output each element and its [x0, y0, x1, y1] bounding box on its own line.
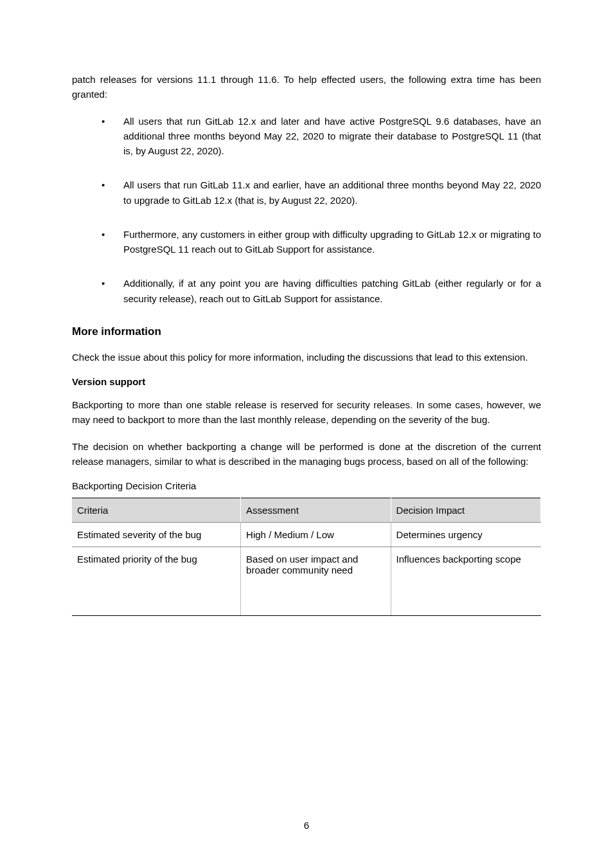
version-paragraph-2: The decision on whether backporting a ch… — [72, 439, 541, 469]
criteria-table: Criteria Assessment Decision Impact Esti… — [72, 498, 541, 616]
heading-version-support: Version support — [72, 376, 541, 387]
table-cell: Estimated severity of the bug — [72, 523, 241, 547]
heading-more-information: More information — [72, 325, 541, 338]
bullet-list: All users that run GitLab 12.x and later… — [102, 114, 541, 306]
more-info-paragraph: Check the issue about this policy for mo… — [72, 350, 541, 365]
version-paragraph-1: Backporting to more than one stable rele… — [72, 397, 541, 428]
table-cell: Influences backporting scope — [391, 547, 540, 616]
table-row: Estimated severity of the bug High / Med… — [72, 523, 541, 547]
list-item: Additionally, if at any point you are ha… — [102, 276, 541, 306]
table-row: Estimated priority of the bug Based on u… — [72, 547, 541, 616]
intro-paragraph: patch releases for versions 11.1 through… — [72, 72, 541, 102]
table-header-row: Criteria Assessment Decision Impact — [72, 498, 541, 523]
table-cell: High / Medium / Low — [241, 523, 391, 547]
list-item: All users that run GitLab 12.x and later… — [102, 114, 541, 159]
table-header-cell: Criteria — [72, 498, 241, 523]
table-header-cell: Assessment — [241, 498, 391, 523]
list-item: Furthermore, any customers in either gro… — [102, 227, 541, 257]
table-cell: Based on user impact and broader communi… — [241, 547, 391, 616]
page-number: 6 — [0, 820, 613, 831]
table-caption: Backporting Decision Criteria — [72, 480, 541, 491]
table-cell: Estimated priority of the bug — [72, 547, 241, 616]
table-cell: Determines urgency — [391, 523, 540, 547]
list-item: All users that run GitLab 11.x and earli… — [102, 177, 541, 208]
table-header-cell: Decision Impact — [391, 498, 540, 523]
document-page: patch releases for versions 11.1 through… — [0, 0, 613, 868]
